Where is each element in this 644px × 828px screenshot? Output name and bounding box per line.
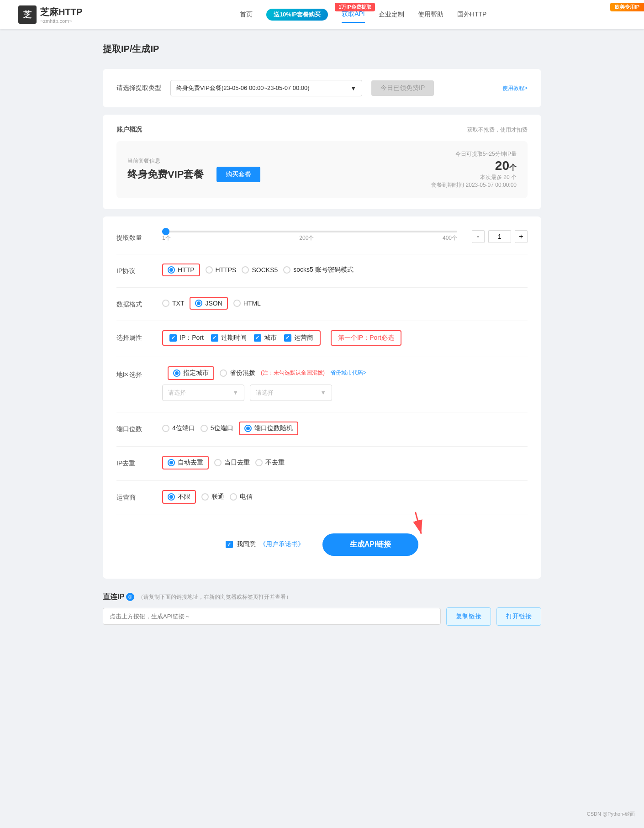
protocol-http-label: HTTP xyxy=(178,266,195,274)
logo: 芝 芝麻HTTP ~zmhttp.com~ xyxy=(18,5,82,24)
protocol-content: HTTP HTTPS SOCKS5 socks5 账号密码模式 xyxy=(162,264,528,276)
region-dropdown2-placeholder: 请选择 xyxy=(256,389,274,397)
attr-expire-item[interactable]: 过期时间 xyxy=(211,334,247,342)
operator-telecom-radio xyxy=(230,493,237,501)
attr-expire-checkbox xyxy=(211,334,218,342)
quota-value: 20个 xyxy=(431,158,517,174)
logo-domain: ~zmhttp.com~ xyxy=(40,18,82,24)
stepper: - + xyxy=(472,230,528,243)
nav-item-foreign[interactable]: 国外HTTP xyxy=(457,7,487,22)
nav-promo[interactable]: 送10%IP套餐购买 xyxy=(266,9,328,21)
region-province-item[interactable]: 省份混拨 xyxy=(220,369,255,377)
protocol-http-highlight: HTTP xyxy=(162,264,200,276)
region-code-link[interactable]: 省份城市代码> xyxy=(330,369,366,377)
attr-city-item[interactable]: 城市 xyxy=(254,334,277,342)
decrement-button[interactable]: - xyxy=(472,230,485,243)
port-4-label: 4位端口 xyxy=(172,424,195,432)
format-html-item[interactable]: HTML xyxy=(233,300,261,307)
buy-plan-button[interactable]: 购买套餐 xyxy=(216,167,260,182)
nav-item-home[interactable]: 首页 xyxy=(240,7,253,22)
port-content: 4位端口 5位端口 端口位数随机 xyxy=(162,422,528,435)
attr-operator-item[interactable]: 运营商 xyxy=(284,334,313,342)
direct-ip-input[interactable] xyxy=(103,608,441,625)
attr-operator-label: 运营商 xyxy=(294,334,313,342)
attr-ip-port-item[interactable]: IP：Port xyxy=(169,334,204,342)
dedup-daily-label: 当日去重 xyxy=(224,459,250,467)
slider-labels: 1个 200个 400个 xyxy=(162,234,457,242)
protocol-http-radio[interactable] xyxy=(168,266,175,274)
direct-ip-subtitle: （请复制下面的链接地址，在新的浏览器或标签页打开并查看） xyxy=(138,593,291,601)
protocol-socks5-item[interactable]: SOCKS5 xyxy=(242,266,278,274)
copy-link-button[interactable]: 复制链接 xyxy=(446,607,491,626)
protocol-https-radio xyxy=(206,266,213,274)
port-label: 端口位数 xyxy=(116,422,162,433)
dedup-content: 自动去重 当日去重 不去重 xyxy=(162,456,528,469)
port-4-radio xyxy=(162,425,169,432)
region-dropdown1[interactable]: 请选择 ▼ xyxy=(162,385,244,401)
region-city-radio[interactable] xyxy=(173,369,180,377)
region-province-label: 省份混拨 xyxy=(230,369,255,377)
nav-item-enterprise[interactable]: 企业定制 xyxy=(379,7,404,22)
generate-api-button[interactable]: 生成API链接 xyxy=(322,533,419,556)
operator-telecom-item[interactable]: 电信 xyxy=(230,493,253,501)
plan-info-label: 当前套餐信息 xyxy=(127,157,260,165)
form-section: 提取数量 1个 200个 400个 - + xyxy=(103,216,541,579)
slider-max: 400个 xyxy=(443,234,457,242)
dedup-auto-radio[interactable] xyxy=(168,459,175,466)
select-type-row: 请选择提取类型 终身免费VIP套餐(23-05-06 00:00~23-05-0… xyxy=(116,80,528,96)
dedup-none-item[interactable]: 不去重 xyxy=(255,459,285,467)
operator-all-radio[interactable] xyxy=(168,493,175,501)
dedup-row: IP去重 自动去重 当日去重 不去重 xyxy=(116,456,528,469)
region-radio-group: 指定城市 省份混拨 (注：未勾选默认全国混拨) 省份城市代码> xyxy=(168,366,366,380)
header: 芝 芝麻HTTP ~zmhttp.com~ 首页 送10%IP套餐购买 获取AP… xyxy=(0,0,644,29)
protocol-row: IP协议 HTTP HTTPS SOCKS5 socks5 账号密码模式 xyxy=(116,264,528,276)
nav-item-help[interactable]: 使用帮助 xyxy=(418,7,443,22)
type-dropdown[interactable]: 终身免费VIP套餐(23-05-06 00:00~23-05-07 00:00)… xyxy=(170,80,362,96)
quota-max: 本次最多 20 个 xyxy=(431,174,517,181)
free-ip-button[interactable]: 今日已领免费IP xyxy=(371,80,434,96)
quantity-input[interactable] xyxy=(488,230,511,243)
operator-unicom-radio xyxy=(201,493,209,501)
quantity-slider[interactable] xyxy=(162,231,457,232)
page-title: 提取IP/生成IP xyxy=(103,43,541,55)
format-html-radio xyxy=(233,300,241,307)
attr-expire-label: 过期时间 xyxy=(221,334,247,342)
generate-btn-container: 生成API链接 xyxy=(313,533,419,556)
agreement-link[interactable]: 《用户承诺书》 xyxy=(259,540,304,548)
open-link-button[interactable]: 打开链接 xyxy=(496,607,541,626)
agreement-text: 我同意 xyxy=(237,540,256,548)
protocol-socks5-auth-item[interactable]: socks5 账号密码模式 xyxy=(283,266,353,274)
protocol-label: IP协议 xyxy=(116,264,162,275)
increment-button[interactable]: + xyxy=(515,230,528,243)
attributes-content: IP：Port 过期时间 城市 运营商 第一个IP：Port必 xyxy=(162,330,528,346)
region-dropdown2[interactable]: 请选择 ▼ xyxy=(250,385,332,401)
dedup-daily-radio xyxy=(214,459,222,466)
agreement-checkbox[interactable] xyxy=(226,541,233,548)
tutorial-link[interactable]: 使用教程> xyxy=(502,84,528,92)
format-json-highlight: JSON xyxy=(190,297,227,310)
format-txt-item[interactable]: TXT xyxy=(162,300,184,307)
port-5-item[interactable]: 5位端口 xyxy=(201,424,233,432)
protocol-https-item[interactable]: HTTPS xyxy=(206,266,237,274)
select-type-section: 请选择提取类型 终身免费VIP套餐(23-05-06 00:00~23-05-0… xyxy=(103,69,541,107)
dedup-none-radio xyxy=(255,459,263,466)
direct-ip-title-row: 直连IP ① （请复制下面的链接地址，在新的浏览器或标签页打开并查看） xyxy=(103,592,541,602)
attr-city-label: 城市 xyxy=(264,334,277,342)
select-type-label: 请选择提取类型 xyxy=(116,84,161,92)
logo-title: 芝麻HTTP xyxy=(40,6,82,18)
account-section: 账户概况 获取不抢费，使用才扣费 当前套餐信息 终身免费VIP套餐 购买套餐 今… xyxy=(103,115,541,209)
attr-operator-checkbox xyxy=(284,334,291,342)
attr-city-checkbox xyxy=(254,334,261,342)
dedup-label: IP去重 xyxy=(116,456,162,468)
operator-unicom-item[interactable]: 联通 xyxy=(201,493,224,501)
quota-label: 今日可提取5~25分钟IP量 xyxy=(431,150,517,158)
port-random-radio[interactable] xyxy=(244,425,252,432)
account-header: 账户概况 获取不抢费，使用才扣费 xyxy=(116,126,528,134)
port-5-radio xyxy=(201,425,208,432)
port-4-item[interactable]: 4位端口 xyxy=(162,424,195,432)
plan-left: 当前套餐信息 终身免费VIP套餐 购买套餐 xyxy=(127,157,260,182)
format-json-radio[interactable] xyxy=(195,300,202,307)
chevron-down-icon: ▼ xyxy=(350,85,356,92)
operator-telecom-label: 电信 xyxy=(240,493,253,501)
dedup-daily-item[interactable]: 当日去重 xyxy=(214,459,250,467)
